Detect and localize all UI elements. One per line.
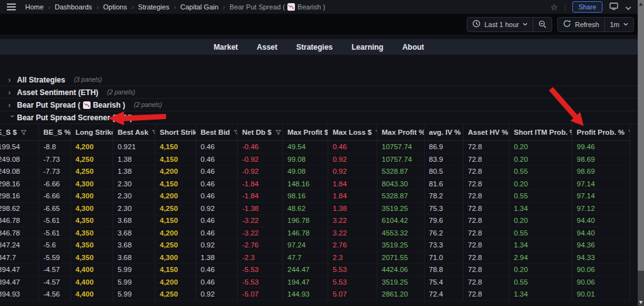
table-cell: 72.8 xyxy=(464,166,509,178)
filter-icon[interactable] xyxy=(275,129,282,136)
table-cell: -5.61 xyxy=(39,215,71,227)
breadcrumb-item[interactable]: Home xyxy=(25,3,43,11)
column-header-max-profit[interactable]: Max Profit % xyxy=(377,124,425,140)
column-header-max-loss[interactable]: Max Loss $ xyxy=(328,124,377,140)
table-cell: 4424.06 xyxy=(377,264,425,276)
section-chevron-icon[interactable]: › xyxy=(8,76,17,84)
column-header-label: Max Profit % xyxy=(382,128,425,136)
table-cell: 2071.55 xyxy=(377,252,425,264)
column-header-max-profit[interactable]: Max Profit $ xyxy=(283,124,328,140)
tv-mode-icon[interactable] xyxy=(609,1,618,13)
filter-icon[interactable] xyxy=(20,129,27,136)
column-header-best-ask[interactable]: Best Ask xyxy=(113,124,155,140)
breadcrumb-item[interactable]: Dashboards xyxy=(55,3,92,11)
table-cell: 4,350 xyxy=(71,252,113,264)
refresh-button[interactable]: Refresh xyxy=(558,18,604,31)
table-cell: 72.8 xyxy=(464,288,509,300)
nav-link-learning[interactable]: Learning xyxy=(352,43,384,52)
section-title: Bear Put Spread Screener (ETH) xyxy=(17,113,132,122)
table-cell: 3.68 xyxy=(113,227,155,239)
table-cell: 5.53 xyxy=(328,276,377,288)
table-cell: 6104.42 xyxy=(377,215,425,227)
table-cell: 0.92 xyxy=(328,166,377,178)
table-cell: 2.94 xyxy=(509,252,572,264)
table-cell: -4.56 xyxy=(39,288,71,300)
table-cell: 0.92 xyxy=(196,239,238,251)
table-cell: 48.62 xyxy=(283,203,328,215)
table-cell: 0.46 xyxy=(196,154,238,166)
table-row: 4,249.08-7.734,2501.384,2000.46-0.9249.0… xyxy=(0,166,630,178)
column-header-label: BE_S $ xyxy=(0,128,17,136)
caret-down-icon xyxy=(523,23,528,26)
table-cell: -6.66 xyxy=(39,178,71,190)
section-row-all-strategies[interactable]: ›All Strategies(3 panels) xyxy=(0,74,638,86)
table-cell: -5.6 xyxy=(39,239,71,251)
column-header-net-db[interactable]: Net Db $ xyxy=(238,124,283,140)
scroll-up-icon[interactable] xyxy=(639,3,643,6)
table-cell: 99.46 xyxy=(572,141,630,153)
table-cell: 3.68 xyxy=(113,252,155,264)
table-cell: 4,250 xyxy=(71,166,113,178)
table-cell: 75.4 xyxy=(425,276,464,288)
table-cell: 4,249.08 xyxy=(0,154,39,166)
table-cell: 72.8 xyxy=(464,276,509,288)
nav-link-strategies[interactable]: Strategies xyxy=(296,43,333,52)
column-header-short-strike[interactable]: Short Strike xyxy=(155,124,196,140)
table-cell: 1.84 xyxy=(328,190,377,202)
column-header-be-s[interactable]: BE_S $ xyxy=(0,124,39,140)
table-cell: 0.92 xyxy=(196,203,238,215)
nav-link-market[interactable]: Market xyxy=(214,43,238,52)
breadcrumb-item[interactable]: Options xyxy=(103,3,127,11)
share-button[interactable]: Share xyxy=(572,1,602,13)
section-chevron-icon[interactable]: › xyxy=(8,101,17,110)
menu-icon[interactable] xyxy=(6,3,16,11)
zoom-out-button[interactable] xyxy=(533,18,552,31)
filter-icon[interactable] xyxy=(628,129,630,136)
column-header-long-strike[interactable]: Long Strike xyxy=(71,124,113,140)
vertical-scrollbar[interactable] xyxy=(638,0,644,306)
scroll-down-icon[interactable] xyxy=(639,301,643,304)
refresh-interval-picker[interactable]: 1m xyxy=(605,18,633,31)
column-header-label: Asset HV % xyxy=(468,128,508,136)
table-cell: 8043.30 xyxy=(377,178,425,190)
table-cell: 79.6 xyxy=(425,215,464,227)
chart-decreasing-icon xyxy=(83,101,91,109)
section-chevron-icon[interactable]: › xyxy=(8,88,17,97)
table-row: 4,346.78-5.614,3503.684,2000.46-3.22146.… xyxy=(0,227,630,240)
column-header-asset-hv[interactable]: Asset HV % xyxy=(464,124,509,140)
table-cell: 4,200 xyxy=(155,166,196,178)
table-cell: 0.46 xyxy=(328,141,377,153)
breadcrumb-item[interactable]: Capital Gain xyxy=(180,3,219,11)
column-header-avg-iv[interactable]: avg. IV % xyxy=(425,124,464,140)
table-cell: 4,150 xyxy=(155,215,196,227)
column-header-label: Profit Prob. % xyxy=(577,128,625,136)
column-header-profit-prob[interactable]: Profit Prob. % xyxy=(572,124,630,140)
column-header-best-bid[interactable]: Best Bid xyxy=(196,124,238,140)
section-row-bear-put-spread-screener-eth[interactable]: ›Bear Put Spread Screener (ETH) xyxy=(0,111,638,124)
section-panels-count: (2 panels) xyxy=(134,101,162,108)
star-icon[interactable]: ☆ xyxy=(550,3,558,11)
table-cell: 3519.25 xyxy=(377,239,425,251)
table-cell: -3.22 xyxy=(238,215,283,227)
column-header-short-itm-prob[interactable]: Short ITM Prob. % xyxy=(509,124,572,140)
section-row-bear-put-spread[interactable]: ›Bear Put Spread ( Bearish )(2 panels) xyxy=(0,99,638,111)
chevron-down-icon[interactable] xyxy=(625,1,631,13)
section-chevron-icon[interactable]: › xyxy=(8,115,17,123)
table-cell: 81.6 xyxy=(425,178,464,190)
table-cell: 4,346.78 xyxy=(0,227,39,239)
table-row: 4,249.08-7.734,2501.384,1500.46-0.9299.0… xyxy=(0,154,630,166)
breadcrumb-item[interactable]: Strategies xyxy=(138,3,170,11)
time-range-picker[interactable]: Last 1 hour xyxy=(467,18,533,31)
scrollbar-thumb[interactable] xyxy=(638,0,644,271)
nav-link-about[interactable]: About xyxy=(402,43,425,52)
table-cell: 0.55 xyxy=(509,227,572,239)
nav-link-asset[interactable]: Asset xyxy=(257,43,277,52)
table-cell: 90.01 xyxy=(572,288,630,300)
section-row-asset-sentiment-eth[interactable]: ›Asset Sentiment (ETH)(2 panels) xyxy=(0,86,638,99)
table-cell: 4,150 xyxy=(155,154,196,166)
filter-icon[interactable] xyxy=(233,129,238,136)
table-cell: 5.99 xyxy=(113,276,155,288)
table-cell: 4,394.47 xyxy=(0,264,39,276)
table-cell: -5.59 xyxy=(39,252,71,264)
column-header-be-s[interactable]: BE_S % xyxy=(39,124,71,140)
